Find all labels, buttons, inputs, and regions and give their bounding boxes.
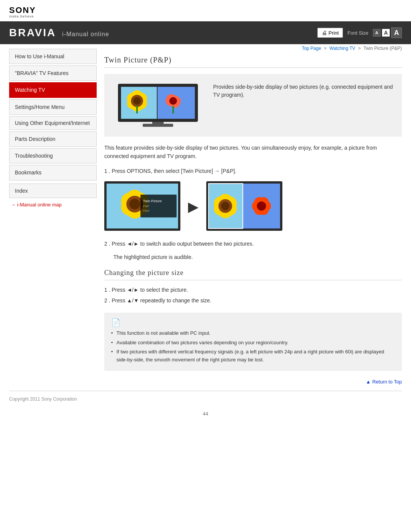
step-arrow-icon: ▶ — [188, 199, 199, 215]
font-size-medium-button[interactable]: A — [381, 28, 390, 37]
sidebar-item-settings[interactable]: Settings/Home Menu — [9, 99, 97, 115]
breadcrumb-watching-tv[interactable]: Watching TV — [330, 46, 355, 51]
intro-box: Provides side-by-side display of two pic… — [104, 74, 402, 137]
svg-rect-10 — [136, 106, 138, 113]
page-title: Twin Picture (P&P) — [104, 56, 402, 68]
step-s2: 2 . Press ▲/▼ repeatedly to change the s… — [104, 296, 402, 305]
step1: 1 . Press OPTIONS, then select [Twin Pic… — [104, 167, 402, 175]
breadcrumb: Top Page > Watching TV > Twin Picture (P… — [104, 46, 402, 51]
sony-tagline: make.believe — [9, 14, 402, 18]
description-text: This feature provides side-by-side displ… — [104, 144, 402, 161]
step-images: Twin Picture P&P P&G ▶ — [104, 181, 402, 232]
step-s1: 1 . Press ◄/► to select the picture. — [104, 286, 402, 294]
font-size-large-button[interactable]: A — [391, 27, 402, 38]
return-to-top-label: Return to Top — [372, 379, 402, 385]
print-button[interactable]: 🖨 Print — [317, 28, 343, 38]
font-size-small-button[interactable]: A — [373, 29, 381, 37]
sidebar-item-bookmarks[interactable]: Bookmarks — [9, 165, 97, 180]
before-image-svg: Twin Picture P&P P&G — [104, 181, 180, 231]
svg-text:P&P: P&P — [143, 204, 149, 208]
svg-point-41 — [257, 201, 266, 211]
content-area: Top Page > Watching TV > Twin Picture (P… — [104, 44, 402, 391]
svg-point-14 — [169, 97, 177, 105]
bravia-text: BRAVIA — [9, 27, 56, 39]
note-item-1: This function is not available with PC i… — [111, 329, 395, 337]
return-to-top-arrow: ▲ — [366, 379, 371, 385]
breadcrumb-sep1: > — [324, 46, 328, 51]
breadcrumb-current: Twin Picture (P&P) — [363, 46, 402, 51]
intro-text: Provides side-by-side display of two pic… — [213, 80, 396, 99]
copyright: Copyright 2011 Sony Corporation — [9, 396, 77, 402]
sony-logo-area: SONY make.believe — [0, 0, 411, 21]
note-box: 📄 This function is not available with PC… — [104, 313, 402, 371]
svg-point-9 — [133, 97, 141, 105]
steps-list: 1 . Press ◄/► to select the picture. 2 .… — [104, 286, 402, 305]
breadcrumb-sep2: > — [358, 46, 362, 51]
return-to-top-link[interactable]: ▲ Return to Top — [366, 379, 402, 385]
sidebar-item-parts[interactable]: Parts Description — [9, 131, 97, 147]
imanual-label: i-Manual online — [62, 31, 109, 38]
intro-image — [110, 80, 206, 131]
step2-line2: The highlighted picture is audible. — [104, 253, 402, 261]
sidebar-imanual-link[interactable]: → i-Manual online map — [9, 202, 97, 208]
svg-rect-0 — [143, 124, 173, 127]
header-controls: 🖨 Print Font Size A A A — [317, 27, 402, 38]
section2-title: Changing the picture size — [104, 269, 402, 280]
return-to-top: ▲ Return to Top — [104, 379, 402, 385]
sidebar-item-troubleshooting[interactable]: Troubleshooting — [9, 148, 97, 163]
page-number: 44 — [0, 407, 411, 424]
note-list: This function is not available with PC i… — [111, 329, 395, 364]
sidebar-item-bravia-features[interactable]: "BRAVIA" TV Features — [9, 66, 97, 81]
step-after-image — [206, 181, 282, 232]
top-bar: BRAVIA i-Manual online 🖨 Print Font Size… — [0, 21, 411, 44]
print-icon: 🖨 — [322, 30, 327, 36]
step-before-image: Twin Picture P&P P&G — [104, 181, 180, 232]
note-item-3: If two pictures with different vertical … — [111, 348, 395, 364]
main-layout: How to Use i-Manual "BRAVIA" TV Features… — [0, 44, 411, 391]
sidebar: How to Use i-Manual "BRAVIA" TV Features… — [9, 44, 97, 391]
twin-picture-illustration — [110, 80, 206, 129]
print-label: Print — [328, 30, 339, 36]
svg-point-24 — [129, 199, 140, 209]
svg-rect-15 — [172, 106, 174, 113]
sidebar-item-index[interactable]: Index — [9, 184, 97, 198]
svg-text:P&G: P&G — [143, 209, 150, 212]
note-icon: 📄 — [111, 318, 395, 327]
note-item-2: Available combination of two pictures va… — [111, 339, 395, 347]
svg-point-36 — [221, 202, 229, 210]
arrow-right-icon: → — [11, 202, 16, 208]
font-size-label: Font Size — [347, 30, 368, 36]
sony-logo: SONY — [9, 5, 402, 15]
footer: Copyright 2011 Sony Corporation — [0, 391, 411, 407]
font-size-controls: A A A — [373, 27, 402, 38]
sidebar-item-watching-tv[interactable]: Watching TV — [9, 82, 97, 97]
breadcrumb-top-page[interactable]: Top Page — [302, 46, 321, 51]
after-image-svg — [206, 181, 282, 231]
step2-line1: 2 . Press ◄/► to switch audio output bet… — [104, 240, 402, 248]
bravia-logo-area: BRAVIA i-Manual online — [9, 27, 109, 39]
sidebar-item-other-equipment[interactable]: Using Other Equipment/Internet — [9, 116, 97, 130]
svg-text:Twin Picture: Twin Picture — [143, 199, 162, 203]
sidebar-item-how-to-use[interactable]: How to Use i-Manual — [9, 49, 97, 64]
imanual-map-label: i-Manual online map — [17, 202, 62, 208]
